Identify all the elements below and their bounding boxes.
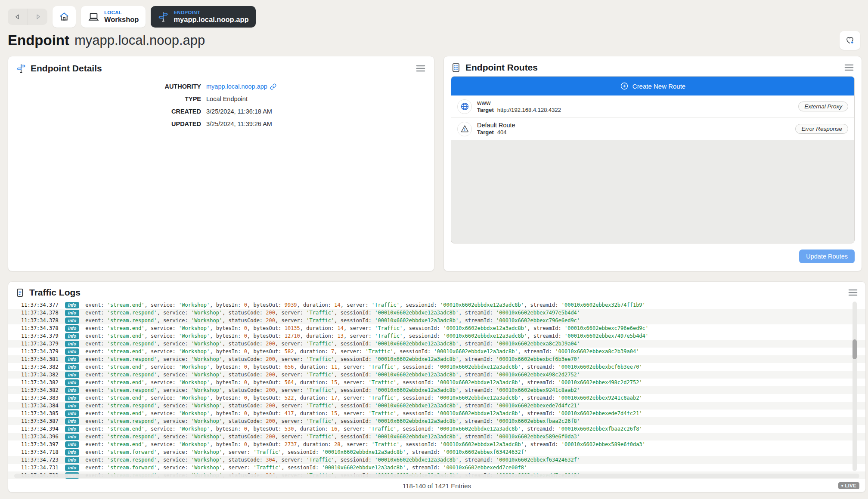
plus-circle-icon	[620, 82, 629, 90]
top-navigation: LOCAL Workshop ENDPOINT myapp.local.noop…	[8, 6, 256, 28]
log-document-icon	[15, 288, 25, 298]
signpost-icon	[158, 11, 169, 22]
log-row: 11:37:34.731infoevent: 'stream.forward',…	[8, 464, 865, 471]
heart-plus-icon	[845, 35, 855, 46]
endpoint-routes-menu-button[interactable]	[843, 63, 855, 72]
home-button[interactable]	[53, 6, 76, 28]
log-message: event: 'stream.respond', service: 'Works…	[85, 355, 580, 363]
route-info: wwwTargethttp://192.168.4.128:4322	[477, 99, 561, 114]
log-timestamp: 11:37:34.382	[21, 371, 59, 379]
routes-icon	[451, 62, 461, 73]
route-target: Target404	[477, 129, 515, 136]
log-message: event: 'stream.end', service: 'Workshop'…	[85, 348, 639, 355]
traffic-logs-title: Traffic Logs	[29, 287, 81, 298]
log-message: event: 'stream.respond', service: 'Works…	[85, 309, 580, 317]
detail-value: 3/25/2024, 11:39:26 AM	[206, 118, 426, 130]
log-row: 11:37:34.723infoevent: 'stream.respond',…	[8, 456, 865, 464]
favorite-button[interactable]	[840, 31, 860, 50]
log-message: event: 'stream.end', service: 'Workshop'…	[85, 440, 645, 448]
back-button[interactable]	[8, 9, 28, 25]
log-row: 11:37:34.397infoevent: 'stream.end', ser…	[8, 440, 865, 448]
log-row: 11:37:34.383infoevent: 'stream.end', ser…	[8, 394, 865, 402]
log-row: 11:37:34.379infoevent: 'stream.end', ser…	[8, 332, 865, 340]
log-level-badge: info	[65, 341, 79, 347]
log-row: 11:37:34.377infoevent: 'stream.end', ser…	[8, 301, 865, 309]
log-level-badge: info	[65, 356, 79, 363]
detail-value: Local Endpoint	[206, 93, 426, 105]
log-timestamp: 11:37:34.379	[21, 348, 59, 355]
tab-workshop[interactable]: LOCAL Workshop	[81, 6, 146, 28]
warning-icon	[457, 122, 472, 136]
log-row: 11:37:34.394infoevent: 'stream.end', ser…	[8, 425, 865, 433]
update-routes-button[interactable]: Update Routes	[799, 250, 855, 263]
log-row: 11:37:34.387infoevent: 'stream.respond',…	[8, 417, 865, 425]
route-row[interactable]: wwwTargethttp://192.168.4.128:4322Extern…	[451, 95, 854, 118]
log-level-badge: info	[65, 449, 79, 456]
log-row: 11:37:34.379infoevent: 'stream.end', ser…	[8, 348, 865, 355]
live-toggle-badge[interactable]: ● LIVE	[838, 482, 859, 489]
log-timestamp: 11:37:34.394	[21, 425, 59, 433]
traffic-logs-menu-button[interactable]	[847, 288, 859, 297]
log-row: 11:37:34.382infoevent: 'stream.end', ser…	[8, 363, 865, 371]
log-level-badge: info	[65, 387, 79, 394]
create-new-route-button[interactable]: Create New Route	[451, 77, 854, 95]
log-row: 11:37:34.378infoevent: 'stream.end', ser…	[8, 324, 865, 332]
detail-label: CREATED	[16, 105, 201, 118]
log-level-badge: info	[65, 310, 79, 316]
traffic-logs-header: Traffic Logs	[8, 282, 865, 301]
log-level-badge: info	[65, 302, 79, 308]
endpoint-routes-title: Endpoint Routes	[465, 62, 538, 73]
log-message: event: 'stream.respond', service: 'Works…	[85, 433, 580, 440]
log-timestamp: 11:37:34.378	[21, 317, 59, 324]
log-row: 11:37:34.378infoevent: 'stream.respond',…	[8, 317, 865, 324]
live-dot-icon: ●	[841, 484, 844, 488]
authority-link[interactable]: myapp.local.noop.app	[206, 80, 426, 93]
log-timestamp: 11:37:34.384	[21, 402, 59, 410]
log-message: event: 'stream.end', service: 'Workshop'…	[85, 324, 648, 332]
route-info: Default RouteTarget404	[477, 121, 515, 137]
route-type-badge: Error Response	[795, 124, 848, 134]
log-timestamp: 11:37:34.377	[21, 301, 59, 309]
endpoint-details-grid: AUTHORITYmyapp.local.noop.appTYPELocal E…	[16, 80, 426, 130]
signpost-icon	[16, 63, 26, 74]
horizontal-scrollbar[interactable]	[14, 474, 859, 478]
route-name: www	[477, 99, 561, 107]
forward-button[interactable]	[28, 9, 47, 25]
scrollbar-thumb[interactable]	[852, 339, 857, 359]
log-message: event: 'stream.respond', service: 'Works…	[85, 386, 580, 394]
tab-endpoint[interactable]: ENDPOINT myapp.local.noop.app	[151, 6, 255, 28]
log-message: event: 'stream.end', service: 'Workshop'…	[85, 363, 642, 371]
endpoint-details-header: Endpoint Details	[16, 63, 426, 74]
log-timestamp: 11:37:34.378	[21, 324, 59, 332]
detail-value: 3/25/2024, 11:36:18 AM	[206, 105, 426, 118]
page-title: Endpoint	[8, 32, 69, 49]
log-level-badge: info	[65, 426, 79, 432]
log-row: 11:37:34.379infoevent: 'stream.respond',…	[8, 340, 865, 348]
traffic-logs-card: Traffic Logs 11:37:34.377infoevent: 'str…	[8, 281, 866, 493]
endpoint-details-card: Endpoint Details AUTHORITYmyapp.local.no…	[8, 56, 434, 271]
log-row: 11:37:34.384infoevent: 'stream.respond',…	[8, 402, 865, 410]
home-icon	[59, 11, 70, 22]
chevron-left-icon	[14, 13, 22, 21]
log-message: event: 'stream.respond', service: 'Works…	[85, 417, 580, 425]
globe-icon	[457, 99, 472, 114]
log-message: event: 'stream.respond', service: 'Works…	[85, 317, 580, 324]
tab-workshop-type: LOCAL	[104, 10, 139, 15]
log-level-badge: info	[65, 457, 79, 463]
hamburger-icon	[415, 64, 426, 73]
endpoint-routes-header: Endpoint Routes	[451, 62, 855, 73]
endpoint-details-menu-button[interactable]	[415, 64, 426, 73]
route-row[interactable]: Default RouteTarget404Error Response	[451, 118, 854, 140]
log-level-badge: info	[65, 410, 79, 417]
log-timestamp: 11:37:34.723	[21, 456, 59, 464]
route-target: Targethttp://192.168.4.128:4322	[477, 107, 561, 114]
route-name: Default Route	[477, 121, 515, 129]
detail-label: UPDATED	[16, 118, 201, 130]
log-timestamp: 11:37:34.379	[21, 332, 59, 340]
log-level-badge: info	[65, 317, 79, 324]
tab-endpoint-text: ENDPOINT myapp.local.noop.app	[174, 10, 248, 24]
log-row: 11:37:34.382infoevent: 'stream.end', ser…	[8, 379, 865, 386]
vertical-scrollbar[interactable]	[852, 302, 857, 471]
tab-workshop-name: Workshop	[104, 15, 139, 24]
log-level-badge: info	[65, 379, 79, 386]
